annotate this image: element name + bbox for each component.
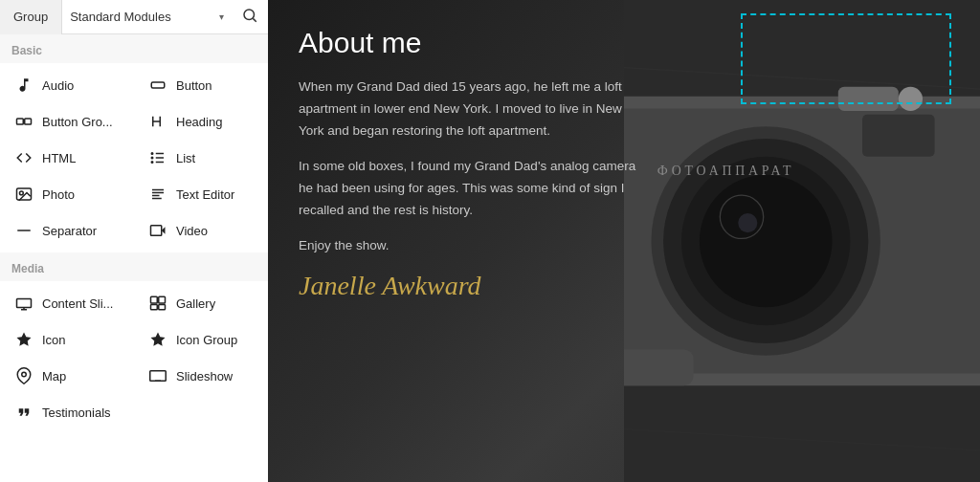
module-item-separator[interactable]: Separator [0, 212, 134, 249]
module-item-button-group[interactable]: Button Gro... [0, 103, 134, 140]
svg-rect-18 [151, 226, 162, 236]
svg-rect-46 [838, 87, 899, 111]
module-item-icon[interactable]: Icon [0, 321, 134, 358]
module-item-slideshow[interactable]: Slideshow [134, 358, 268, 394]
module-item-testimonials[interactable]: Testimonials [0, 394, 134, 430]
module-item-text-editor[interactable]: Text Editor [134, 176, 268, 212]
group-tab[interactable]: Group [0, 0, 62, 34]
svg-point-8 [151, 153, 153, 155]
module-item-map[interactable]: Map [0, 358, 134, 394]
module-label-icon-group: Icon Group [176, 333, 237, 347]
about-paragraph-2: In some old boxes, I found my Grand Dad'… [299, 156, 639, 222]
map-icon [13, 365, 34, 386]
svg-text:ФОТОАППАРАТ: ФОТОАППАРАТ [657, 164, 795, 178]
signature: Janelle Awkward [299, 271, 639, 301]
module-label-separator: Separator [42, 224, 97, 238]
module-item-gallery[interactable]: Gallery [134, 285, 268, 321]
svg-point-10 [151, 162, 153, 164]
svg-rect-25 [151, 305, 158, 310]
button-icon [147, 75, 168, 96]
module-label-testimonials: Testimonials [42, 405, 111, 420]
svg-rect-20 [17, 299, 32, 308]
heading-icon [147, 111, 168, 132]
svg-point-45 [738, 213, 757, 232]
gallery-icon [147, 293, 168, 314]
section-media-label: Media [0, 252, 268, 281]
module-item-content-slider[interactable]: Content Sli... [0, 285, 134, 321]
basic-modules-grid: Audio Button Button Gro... Heading [0, 63, 268, 252]
module-item-html[interactable]: HTML [0, 140, 134, 176]
module-label-list: List [176, 151, 195, 165]
module-label-text-editor: Text Editor [176, 187, 234, 202]
module-label-gallery: Gallery [176, 296, 215, 311]
module-item-icon-group[interactable]: Icon Group [134, 321, 268, 358]
module-label-map: Map [42, 369, 66, 383]
module-label-photo: Photo [42, 187, 75, 202]
camera-area: ФОТОАППАРАТ [624, 0, 980, 482]
module-item-photo[interactable]: Photo [0, 176, 134, 212]
sidebar: Group Standard Modules ▾ Basic Audio [0, 0, 268, 482]
module-label-content-slider: Content Sli... [42, 296, 113, 311]
icon-group-icon [147, 329, 168, 350]
module-item-audio[interactable]: Audio [0, 67, 134, 103]
svg-point-29 [22, 372, 27, 377]
photo-icon [13, 184, 34, 205]
svg-point-0 [244, 10, 255, 20]
module-label-audio: Audio [42, 78, 74, 93]
module-group-select-wrapper: Standard Modules ▾ [62, 0, 232, 34]
sidebar-header: Group Standard Modules ▾ [0, 0, 268, 34]
module-item-heading[interactable]: Heading [134, 103, 268, 140]
svg-rect-24 [159, 296, 166, 303]
sidebar-content: Basic Audio Button Button Gro... [0, 34, 268, 482]
text-content-area: About me When my Grand Dad died 15 years… [268, 0, 670, 482]
module-label-button-group: Button Gro... [42, 115, 113, 129]
module-label-heading: Heading [176, 115, 222, 129]
svg-rect-48 [862, 115, 935, 157]
svg-point-43 [700, 175, 833, 308]
module-label-html: HTML [42, 151, 76, 165]
camera-illustration: ФОТОАППАРАТ [624, 0, 980, 482]
about-title: About me [299, 27, 639, 59]
module-item-video[interactable]: Video [134, 212, 268, 249]
module-label-button: Button [176, 78, 212, 93]
audio-icon [13, 75, 34, 96]
module-label-slideshow: Slideshow [176, 369, 233, 383]
svg-rect-3 [17, 119, 24, 124]
text-editor-icon [147, 184, 168, 205]
svg-point-9 [151, 157, 153, 159]
module-group-select[interactable]: Standard Modules [62, 0, 232, 34]
search-button[interactable] [232, 0, 268, 34]
module-item-button[interactable]: Button [134, 67, 268, 103]
list-icon [147, 147, 168, 168]
module-label-video: Video [176, 224, 208, 238]
search-icon [241, 7, 258, 24]
media-modules-grid: Content Sli... Gallery Icon Icon Group [0, 281, 268, 434]
icon-module-icon [13, 329, 34, 350]
svg-line-1 [253, 18, 256, 21]
svg-rect-4 [25, 119, 32, 124]
about-paragraph-3: Enjoy the show. [299, 235, 639, 257]
video-icon [147, 220, 168, 241]
module-label-icon: Icon [42, 333, 66, 347]
svg-marker-27 [17, 333, 32, 346]
svg-rect-23 [151, 296, 158, 303]
slideshow-icon [147, 365, 168, 386]
main-content: ФОТОАППАРАТ About me When my Grand Dad d… [268, 0, 980, 482]
about-paragraph-1: When my Grand Dad died 15 years ago, he … [299, 77, 639, 142]
svg-point-47 [899, 87, 923, 111]
svg-rect-30 [150, 371, 167, 382]
html-icon [13, 147, 34, 168]
separator-icon [13, 220, 34, 241]
module-item-list[interactable]: List [134, 140, 268, 176]
background-image: ФОТОАППАРАТ About me When my Grand Dad d… [268, 0, 980, 482]
testimonials-icon [13, 402, 34, 423]
svg-rect-2 [151, 82, 165, 88]
svg-point-12 [20, 191, 24, 195]
content-slider-icon [13, 293, 34, 314]
svg-marker-28 [151, 333, 166, 346]
button-group-icon [13, 111, 34, 132]
section-basic-label: Basic [0, 34, 268, 63]
svg-rect-26 [159, 305, 166, 310]
